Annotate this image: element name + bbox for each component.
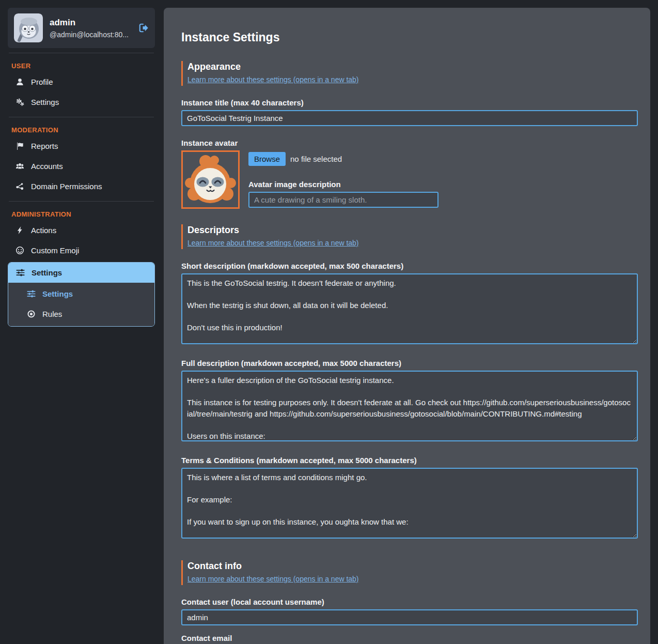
avatar-description-label: Avatar image description xyxy=(248,180,438,189)
user-webfinger: @admin@localhost:80... xyxy=(50,30,132,39)
sidebar-item-label: Settings xyxy=(31,98,59,106)
user-avatar xyxy=(14,13,43,42)
page-title: Instance Settings xyxy=(181,30,638,44)
learn-more-link[interactable]: Learn more about these settings (opens i… xyxy=(187,575,359,583)
instance-settings-panel: Instance Settings Appearance Learn more … xyxy=(164,8,650,644)
short-description-label: Short description (markdown accepted, ma… xyxy=(181,262,638,270)
instance-avatar-preview xyxy=(181,150,240,209)
terms-field: Terms & Conditions (markdown accepted, m… xyxy=(181,456,638,541)
submenu-item-settings[interactable]: Settings xyxy=(8,284,154,304)
section-descriptors: Descriptors Learn more about these setti… xyxy=(181,224,638,249)
instance-title-input[interactable] xyxy=(181,110,638,126)
app-layout: admin @admin@localhost:80... USER Profil… xyxy=(0,0,658,644)
full-description-label: Full description (markdown accepted, max… xyxy=(181,359,638,367)
settings-group: Settings Settings xyxy=(8,262,155,327)
share-nodes-icon xyxy=(15,182,24,191)
sidebar-item-profile[interactable]: Profile xyxy=(8,72,155,92)
user-icon xyxy=(15,78,24,86)
nav-header-user: USER xyxy=(8,58,155,72)
avatar-controls: Browse no file selected Avatar image des… xyxy=(248,150,438,209)
sidebar-item-label: Profile xyxy=(31,78,53,86)
sidebar-item-label: Reports xyxy=(31,142,58,150)
submenu-item-label: Rules xyxy=(42,310,62,318)
sidebar-item-domain-permissions[interactable]: Domain Permissions xyxy=(8,176,155,196)
sidebar-divider xyxy=(9,53,154,53)
sliders-icon xyxy=(16,268,25,277)
short-description-textarea[interactable]: This is the GoToSocial testrig. It doesn… xyxy=(181,273,638,344)
sidebar-item-label: Domain Permissions xyxy=(31,182,102,191)
sidebar-item-user-settings[interactable]: Settings xyxy=(8,92,155,112)
user-card[interactable]: admin @admin@localhost:80... xyxy=(8,8,155,48)
user-names: admin @admin@localhost:80... xyxy=(50,18,132,39)
sidebar-item-label: Actions xyxy=(31,226,56,235)
sidebar-item-label: Settings xyxy=(32,268,62,277)
sidebar: admin @admin@localhost:80... USER Profil… xyxy=(8,8,155,327)
nav-header-moderation: MODERATION xyxy=(8,122,155,136)
full-description-field: Full description (markdown accepted, max… xyxy=(181,359,638,443)
sloth-avatar-image xyxy=(183,152,238,207)
file-status-text: no file selected xyxy=(290,155,342,163)
section-appearance: Appearance Learn more about these settin… xyxy=(181,61,638,86)
contact-user-input[interactable] xyxy=(181,609,638,625)
section-heading: Appearance xyxy=(187,62,638,72)
submenu-item-rules[interactable]: Rules xyxy=(8,304,154,324)
instance-title-field: Instance title (max 40 characters) xyxy=(181,98,638,126)
sidebar-item-reports[interactable]: Reports xyxy=(8,136,155,156)
sidebar-item-actions[interactable]: Actions xyxy=(8,220,155,240)
browse-button[interactable]: Browse xyxy=(248,152,286,166)
gears-icon xyxy=(15,98,24,106)
sidebar-item-admin-settings[interactable]: Settings xyxy=(8,263,154,283)
instance-avatar-field: Instance avatar xyxy=(181,139,638,209)
full-description-textarea[interactable]: Here's a fuller description of the GoToS… xyxy=(181,371,638,441)
smile-icon xyxy=(15,246,24,255)
sidebar-divider xyxy=(9,117,154,117)
sidebar-item-accounts[interactable]: Accounts xyxy=(8,156,155,176)
learn-more-link[interactable]: Learn more about these settings (opens i… xyxy=(187,75,359,84)
user-display-name: admin xyxy=(50,18,132,28)
short-description-field: Short description (markdown accepted, ma… xyxy=(181,262,638,346)
contact-email-field: Contact email xyxy=(181,634,638,644)
contact-user-label: Contact user (local account username) xyxy=(181,597,638,606)
nav-header-administration: ADMINISTRATION xyxy=(8,206,155,220)
contact-email-label: Contact email xyxy=(181,634,638,642)
sidebar-divider xyxy=(9,201,154,202)
submenu-item-label: Settings xyxy=(42,289,73,298)
sidebar-item-label: Accounts xyxy=(31,162,63,171)
bolt-icon xyxy=(15,226,24,235)
sidebar-item-label: Custom Emoji xyxy=(31,246,79,255)
section-heading: Descriptors xyxy=(187,225,638,236)
logout-icon[interactable] xyxy=(138,23,149,33)
avatar-description-input[interactable] xyxy=(248,192,438,208)
contact-user-field: Contact user (local account username) xyxy=(181,597,638,625)
terms-textarea[interactable]: This is where a list of terms and condit… xyxy=(181,468,638,539)
flag-icon xyxy=(15,142,24,150)
sidebar-item-custom-emoji[interactable]: Custom Emoji xyxy=(8,240,155,260)
sliders-icon xyxy=(27,289,36,298)
learn-more-link[interactable]: Learn more about these settings (opens i… xyxy=(187,239,359,247)
section-heading: Contact info xyxy=(187,561,638,572)
section-contact-info: Contact info Learn more about these sett… xyxy=(181,560,638,585)
users-icon xyxy=(15,162,24,171)
dot-circle-icon xyxy=(27,310,36,318)
terms-label: Terms & Conditions (markdown accepted, m… xyxy=(181,456,638,465)
instance-avatar-label: Instance avatar xyxy=(181,139,638,147)
settings-submenu: Settings Rules xyxy=(8,283,154,326)
instance-title-label: Instance title (max 40 characters) xyxy=(181,98,638,107)
